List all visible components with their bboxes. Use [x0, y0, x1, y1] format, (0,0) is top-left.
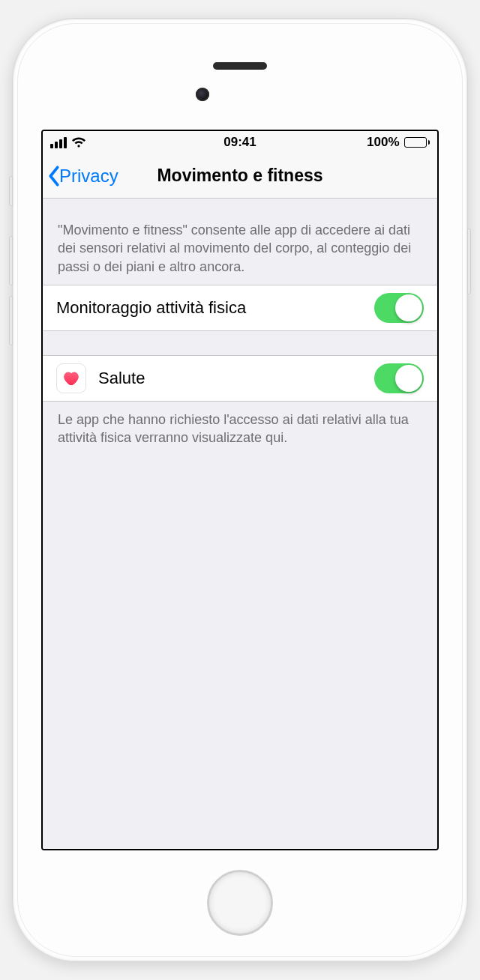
phone-frame: 09:41 100% Privacy Movimento e fitness "…: [12, 18, 468, 962]
heart-icon: [63, 371, 80, 386]
status-time: 09:41: [224, 135, 256, 150]
power-button: [467, 229, 471, 294]
home-button[interactable]: [207, 870, 273, 936]
status-bar: 09:41 100%: [43, 131, 437, 154]
screen: 09:41 100% Privacy Movimento e fitness "…: [41, 130, 439, 850]
fitness-tracking-row: Monitoraggio attività fisica: [43, 285, 437, 330]
page-title: Movimento e fitness: [157, 166, 322, 186]
health-app-label: Salute: [98, 369, 145, 388]
cellular-signal-icon: [50, 137, 67, 148]
fitness-tracking-group: Monitoraggio attività fisica: [43, 285, 437, 331]
content-area: "Movimento e fitness" consente alle app …: [43, 199, 437, 849]
fitness-tracking-label: Monitoraggio attività fisica: [56, 298, 246, 318]
volume-down-button: [9, 296, 13, 345]
battery-icon: [404, 137, 430, 148]
section-description: "Movimento e fitness" consente alle app …: [43, 199, 437, 285]
wifi-icon: [71, 137, 86, 148]
navigation-bar: Privacy Movimento e fitness: [43, 154, 437, 199]
back-button[interactable]: Privacy: [43, 166, 118, 187]
health-app-row: Salute: [43, 356, 437, 401]
battery-percentage: 100%: [367, 135, 399, 150]
fitness-tracking-toggle[interactable]: [374, 293, 424, 323]
health-app-icon: [56, 363, 86, 393]
health-app-toggle[interactable]: [374, 363, 424, 393]
section-footer: Le app che hanno richiesto l'accesso ai …: [43, 402, 437, 455]
mute-switch: [9, 176, 13, 206]
back-label: Privacy: [59, 166, 118, 187]
phone-camera: [196, 88, 209, 101]
volume-up-button: [9, 236, 13, 285]
apps-group: Salute: [43, 355, 437, 402]
phone-speaker: [213, 62, 267, 70]
